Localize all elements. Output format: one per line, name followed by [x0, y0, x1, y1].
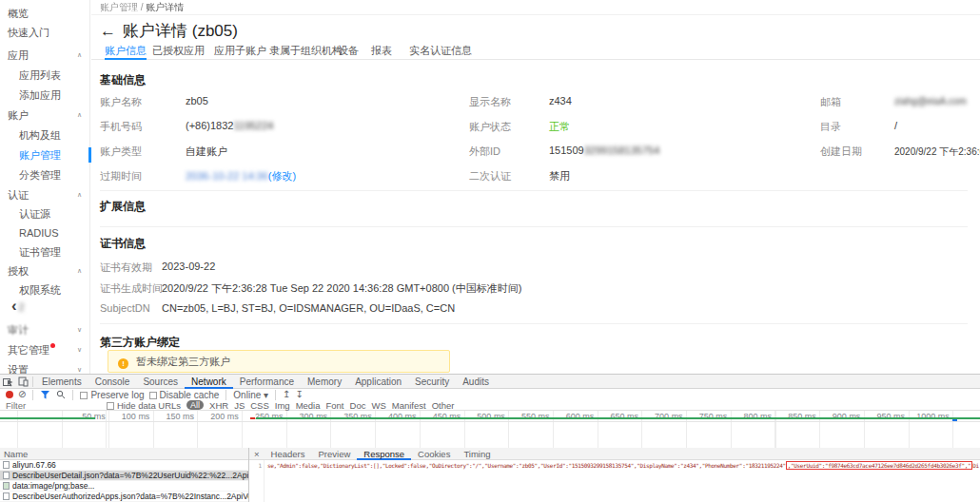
cert-valid-value: 2023-09-22 [162, 261, 215, 272]
response-text: se,"Admin":false,"DictionaryList":[],"Lo… [267, 462, 786, 469]
response-json-line: se,"Admin":false,"DictionaryList":[],"Lo… [267, 462, 979, 469]
devtools-tab-security[interactable]: Security [408, 375, 456, 389]
filter-chip-doc[interactable]: Doc [350, 400, 366, 411]
filter-input[interactable] [6, 400, 101, 411]
section-title-certificate: 证书信息 [100, 236, 146, 252]
request-row[interactable]: DescribeUserAuthorizedApps.json?data=%7B… [0, 492, 248, 502]
filter-chip-manifest[interactable]: Manifest [392, 400, 426, 411]
sidebar-item-org-groups[interactable]: 机构及组 [0, 126, 90, 144]
device-toolbar-icon[interactable] [15, 375, 30, 389]
sidebar-item-cert-management[interactable]: 证书管理 [0, 243, 90, 261]
devtools-tab-elements[interactable]: Elements [35, 375, 88, 389]
clear-icon[interactable]: ⊘ [18, 390, 26, 399]
timeline-ruler[interactable]: 50 ms 100 ms 150 ms 200 ms 250 ms 300 ms… [0, 411, 980, 422]
sidebar-group-authorization[interactable]: 授权∧ [0, 262, 90, 280]
sidebar-group-applications[interactable]: 应用∧ [0, 47, 90, 64]
request-row[interactable]: data:image/png;base... [0, 481, 248, 492]
devtools-tab-sources[interactable]: Sources [136, 375, 185, 389]
name-column-header[interactable]: Name [0, 448, 248, 460]
preserve-log-checkbox[interactable]: Preserve log [80, 390, 144, 400]
checkbox-icon[interactable] [80, 392, 88, 399]
tab-account-info[interactable]: 账户信息 [105, 44, 147, 60]
response-viewer[interactable]: 1 se,"Admin":false,"DictionaryList":[],"… [249, 460, 980, 502]
sidebar-item-label: 应用列表 [0, 69, 61, 81]
filter-chip-js[interactable]: JS [234, 400, 245, 411]
tab-app-subaccounts[interactable]: 应用子账户 [214, 44, 266, 60]
throttling-dropdown[interactable]: Online ▾ [233, 390, 268, 400]
sidebar-item-app-list[interactable]: 应用列表 [0, 67, 90, 84]
ruler-tick: 650 ms [597, 411, 641, 421]
devtools-tab-audits[interactable]: Audits [456, 375, 496, 389]
filter-chip-xhr[interactable]: XHR [209, 400, 228, 411]
field-label: 目录 [820, 120, 841, 134]
account-detail-panel: 账户管理 / 账户详情 ←账户详情 (zb05) 账户信息 已授权应用 应用子账… [91, 0, 980, 374]
back-arrow-icon[interactable]: ← [100, 22, 116, 40]
filter-chip-other[interactable]: Other [432, 400, 455, 411]
request-row[interactable]: aliyun.67.66 [0, 460, 248, 471]
devtools-tab-network[interactable]: Network [185, 375, 233, 389]
sidebar-group-label: 认证 [0, 189, 29, 201]
import-har-icon[interactable]: ↥ [283, 390, 290, 399]
sidebar-item-radius[interactable]: RADIUS [0, 224, 90, 241]
tab-org-membership[interactable]: 隶属于组织机构 [269, 44, 343, 60]
breadcrumb-root[interactable]: 账户管理 [100, 2, 138, 12]
filter-chip-css[interactable]: CSS [250, 400, 269, 411]
sidebar-item-overview[interactable]: 概览 [0, 5, 90, 22]
devtools-tab-memory[interactable]: Memory [301, 375, 348, 389]
sidebar-group-label: 其它管理 [0, 344, 49, 356]
record-button[interactable] [6, 391, 13, 398]
tab-reports[interactable]: 报表 [371, 44, 392, 60]
sidebar-collapse-button[interactable]: ‹2 [0, 294, 90, 319]
sidebar-item-account-management[interactable]: 账户管理 [0, 146, 90, 164]
filter-chip-font[interactable]: Font [326, 400, 344, 411]
created-date-value: 2020/9/22 下午2:36:00 [894, 145, 980, 159]
sidebar-item-auth-sources[interactable]: 认证源 [0, 205, 90, 222]
detail-tab-response[interactable]: Response [357, 448, 411, 460]
sidebar-group-accounts[interactable]: 账户∧ [0, 106, 90, 124]
sidebar-group-authentication[interactable]: 认证∧ [0, 186, 90, 203]
hide-data-urls-checkbox[interactable]: Hide data URLs [107, 400, 181, 411]
request-row-selected[interactable]: DescribeUserDetail.json?data=%7B%22UserU… [0, 471, 248, 481]
disable-cache-checkbox[interactable]: Disable cache [149, 390, 220, 400]
checkbox-icon[interactable] [107, 402, 114, 410]
ruler-tick: 400 ms [375, 411, 420, 421]
detail-tab-headers[interactable]: Headers [265, 448, 312, 460]
edit-expiry-link[interactable]: (修改) [268, 170, 296, 182]
tab-realname-info[interactable]: 实名认证信息 [409, 44, 472, 60]
devtools-panel: Elements Console Sources Network Perform… [0, 374, 980, 502]
devtools-tab-performance[interactable]: Performance [233, 375, 301, 389]
detail-tab-timing[interactable]: Timing [457, 448, 497, 460]
devtools-tab-console[interactable]: Console [88, 375, 137, 389]
overview-waterfall-bar [256, 417, 980, 419]
sidebar-item-add-app[interactable]: 添加应用 [0, 87, 90, 104]
checkbox-icon[interactable] [149, 392, 157, 399]
sidebar-group-audit[interactable]: 审计∨ [0, 321, 90, 338]
sidebar-group-other-management[interactable]: 其它管理∨ [0, 341, 90, 358]
inspect-element-icon[interactable] [0, 375, 15, 389]
status-badge: 正常 [549, 120, 570, 134]
section-title-basic: 基础信息 [100, 72, 146, 88]
ruler-tick: 1000 ms [908, 411, 952, 421]
devtools-tab-application[interactable]: Application [348, 375, 408, 389]
filter-chip-media[interactable]: Media [296, 400, 321, 411]
sidebar-item-quickstart[interactable]: 快速入门 [0, 24, 90, 41]
section-divider [100, 323, 968, 324]
sidebar: 概览 快速入门 应用∧ 应用列表 添加应用 账户∧ 机构及组 账户管理 分类管理… [0, 0, 90, 374]
detail-tab-preview[interactable]: Preview [311, 448, 357, 460]
ruler-tick: 600 ms [553, 411, 598, 421]
export-har-icon[interactable]: ↧ [295, 390, 303, 399]
toolbar-divider [275, 390, 276, 400]
close-icon[interactable]: × [249, 449, 265, 459]
filter-chip-all[interactable]: All [186, 400, 204, 410]
sidebar-group-label: 审计 [0, 324, 29, 336]
account-type-value: 自建账户 [186, 145, 227, 159]
file-icon [3, 492, 10, 500]
notification-dot [50, 343, 55, 348]
filter-chip-img[interactable]: Img [275, 400, 290, 411]
tab-authorized-apps[interactable]: 已授权应用 [152, 44, 205, 60]
tab-devices[interactable]: 设备 [338, 44, 359, 60]
detail-tab-cookies[interactable]: Cookies [411, 448, 457, 460]
request-detail-pane: × Headers Preview Response Cookies Timin… [249, 448, 980, 502]
filter-chip-ws[interactable]: WS [371, 400, 385, 411]
sidebar-item-category-management[interactable]: 分类管理 [0, 166, 90, 183]
